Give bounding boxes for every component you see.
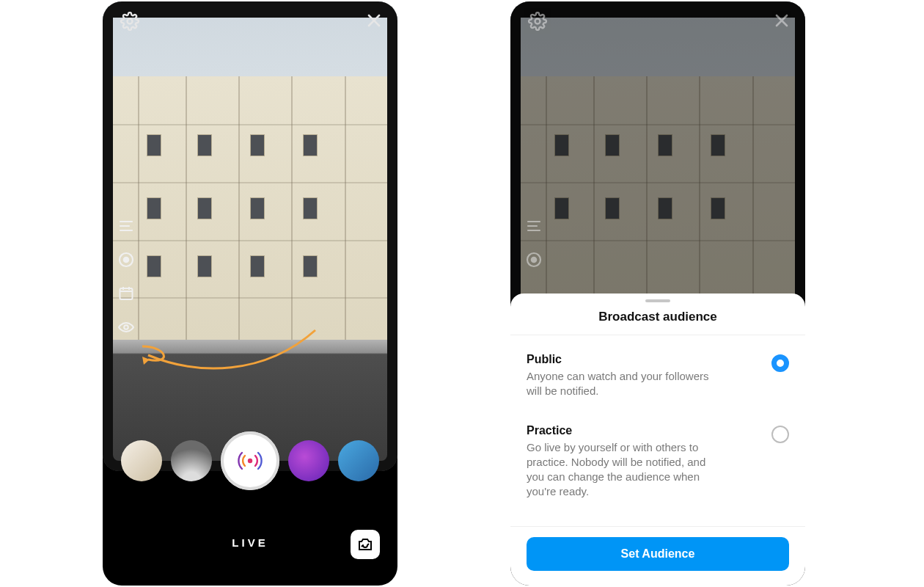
effect-thumb[interactable] xyxy=(171,440,212,481)
svg-rect-3 xyxy=(120,288,133,299)
live-tools-stack xyxy=(525,217,543,269)
radio-selected-icon[interactable] xyxy=(771,354,789,372)
svg-point-6 xyxy=(535,19,540,24)
audience-option-practice[interactable]: Practice Go live by yourself or with oth… xyxy=(527,412,789,513)
svg-point-2 xyxy=(124,258,128,262)
svg-point-5 xyxy=(248,459,252,463)
effect-thumb[interactable] xyxy=(288,440,329,481)
option-name: Public xyxy=(527,353,758,366)
audience-options: Public Anyone can watch and your followe… xyxy=(510,335,805,522)
svg-point-4 xyxy=(124,325,128,329)
svg-point-8 xyxy=(532,258,536,262)
broadcast-audience-sheet: Broadcast audience Public Anyone can wat… xyxy=(510,294,805,586)
option-description: Go live by yourself or with others to pr… xyxy=(527,440,725,500)
phone-live-camera: LIVE xyxy=(103,1,397,586)
annotation-arrow xyxy=(132,324,323,390)
visibility-icon[interactable] xyxy=(117,251,135,269)
divider xyxy=(510,526,805,527)
effect-thumb[interactable] xyxy=(121,440,162,481)
effect-thumb[interactable] xyxy=(338,440,379,481)
radio-unselected-icon[interactable] xyxy=(771,426,789,443)
option-name: Practice xyxy=(527,424,758,437)
close-icon[interactable] xyxy=(365,12,383,29)
set-audience-button[interactable]: Set Audience xyxy=(527,537,789,571)
go-live-shutter[interactable] xyxy=(221,431,279,490)
schedule-icon[interactable] xyxy=(117,285,135,302)
title-icon[interactable] xyxy=(117,217,135,235)
gear-icon[interactable] xyxy=(528,12,547,31)
camera-viewfinder xyxy=(103,1,397,471)
title-icon[interactable] xyxy=(525,217,543,235)
phone-broadcast-sheet: Broadcast audience Public Anyone can wat… xyxy=(510,1,805,586)
visibility-icon[interactable] xyxy=(525,251,543,269)
option-description: Anyone can watch and your followers will… xyxy=(527,369,725,399)
svg-point-0 xyxy=(128,19,133,24)
scene-building xyxy=(103,1,397,471)
switch-camera-button[interactable] xyxy=(351,530,380,559)
sheet-title: Broadcast audience xyxy=(510,302,805,335)
close-icon[interactable] xyxy=(773,12,791,29)
effects-carousel[interactable] xyxy=(103,431,397,490)
gear-icon[interactable] xyxy=(120,12,139,31)
live-tools-stack xyxy=(117,217,135,336)
audience-option-public[interactable]: Public Anyone can watch and your followe… xyxy=(527,341,789,412)
